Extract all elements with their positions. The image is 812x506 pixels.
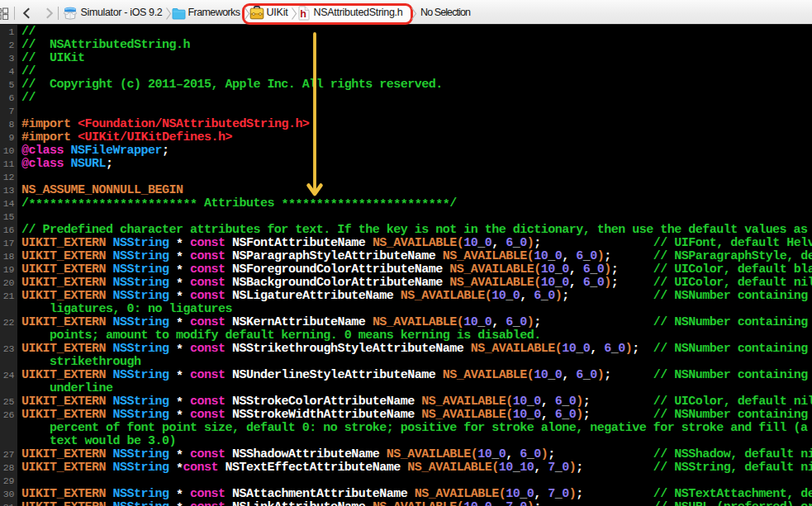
svg-text:h: h [300,8,306,20]
